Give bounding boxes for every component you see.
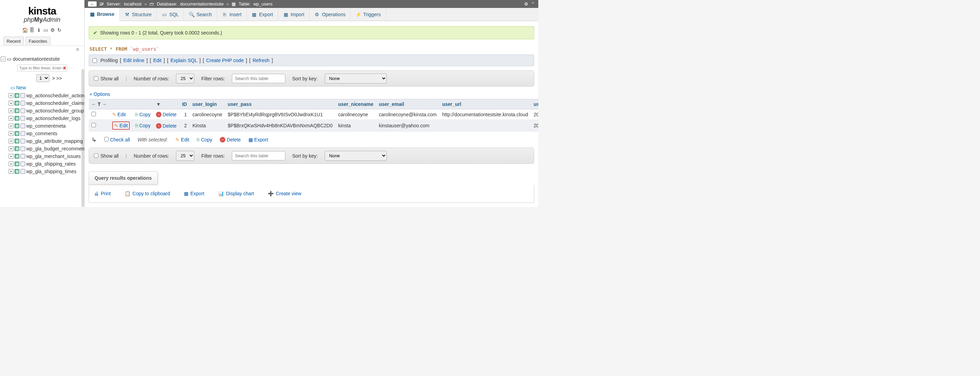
expand-icon[interactable]: + — [9, 101, 13, 106]
print-link[interactable]: 🖨Print — [94, 191, 111, 196]
check-all-checkbox[interactable] — [104, 137, 109, 141]
row-edit[interactable]: ✎ Edit — [112, 121, 130, 130]
tree-table-item[interactable]: +▦wp_gla_attribute_mapping — [9, 137, 83, 145]
num-rows-select-2[interactable]: 25 — [176, 151, 194, 161]
sort-select-2[interactable]: None — [325, 151, 387, 161]
row-delete[interactable]: − Delete — [156, 123, 176, 129]
expand-icon[interactable]: + — [9, 139, 13, 143]
sort-select[interactable]: None — [325, 73, 387, 84]
expand-icon[interactable]: + — [9, 169, 13, 174]
tab-structure[interactable]: ⚒Structure — [120, 8, 157, 21]
move-col-icons[interactable]: ← T → — [91, 102, 107, 107]
tree-table-item[interactable]: +▦wp_gla_shipping_times — [9, 168, 83, 175]
create-php-link[interactable]: Create PHP code — [206, 58, 243, 63]
view-link[interactable]: ➕Create view — [268, 191, 301, 196]
expand-icon[interactable]: + — [9, 162, 13, 166]
brand-logo: kinsta — [7, 5, 77, 17]
tab-browse[interactable]: ▦Browse — [84, 8, 120, 21]
tab-favorites[interactable]: Favorites — [25, 36, 50, 46]
bc-db[interactable]: documentationtestsite — [180, 2, 224, 6]
filter-input[interactable] — [232, 74, 285, 83]
row-checkbox[interactable] — [91, 112, 96, 116]
row-copy[interactable]: ⎘ Copy — [135, 112, 150, 117]
expand-icon[interactable]: + — [9, 93, 13, 98]
tree-filter-input[interactable] — [17, 65, 67, 71]
tree-table-item[interactable]: +▦wp_gla_shipping_rates — [9, 160, 83, 168]
edit-link[interactable]: Edit — [153, 58, 161, 63]
bulk-delete[interactable]: − Delete — [220, 137, 240, 143]
col-ID[interactable]: ID — [182, 102, 187, 107]
sidebar-scrollbar[interactable] — [81, 69, 84, 207]
tab-operations[interactable]: ⚙Operations — [310, 8, 351, 21]
expand-icon[interactable]: + — [9, 108, 13, 113]
tree-table-item[interactable]: +▦wp_gla_budget_recommen — [9, 145, 83, 152]
tree-new[interactable]: ▭ New — [10, 84, 83, 92]
edit-inline-link[interactable]: Edit inline — [123, 58, 144, 63]
reload-icon[interactable]: ↻ — [56, 27, 62, 33]
col-user_url[interactable]: user_url — [442, 102, 461, 107]
expand-icon[interactable]: + — [9, 146, 13, 151]
row-checkbox[interactable] — [91, 123, 96, 127]
tree-table-item[interactable]: +▦wp_comments — [9, 130, 83, 137]
bulk-edit[interactable]: ✎ Edit — [175, 137, 189, 143]
tab-export[interactable]: ▦Export — [247, 8, 278, 21]
check-all-link[interactable]: Check all — [110, 137, 130, 143]
filter-input-2[interactable] — [232, 151, 285, 160]
tree-table-item[interactable]: +▦wp_gla_merchant_issues — [9, 152, 83, 160]
logout-icon[interactable]: 🗄 — [29, 27, 35, 33]
export-link[interactable]: ▦Export — [184, 191, 204, 196]
tree-page-next[interactable]: > >> — [52, 76, 62, 81]
col-user_nicename[interactable]: user_nicename — [338, 102, 373, 107]
refresh-link[interactable]: Refresh — [253, 58, 269, 63]
col-user_login[interactable]: user_login — [192, 102, 217, 107]
copy-icon: ⎘ — [135, 112, 138, 117]
expand-icon[interactable]: + — [9, 154, 13, 159]
bulk-copy[interactable]: ⎘ Copy — [197, 137, 212, 143]
collapse-panel-icon[interactable]: ⌃ — [531, 2, 535, 6]
tab-sql[interactable]: ▭SQL — [157, 8, 184, 21]
tree-db-root[interactable]: − ▭ documentationtestsite — [0, 55, 83, 63]
collapse-icon[interactable]: − — [1, 57, 6, 62]
tab-recent[interactable]: Recent — [3, 36, 24, 46]
bulk-export[interactable]: ▦ Export — [248, 137, 268, 143]
chart-link[interactable]: 📊Display chart — [218, 191, 254, 196]
link-icon[interactable]: ⧉ — [0, 46, 84, 53]
tab-triggers[interactable]: ⚡Triggers — [351, 8, 386, 21]
tree-page-select[interactable]: 1 — [36, 74, 49, 82]
col-use[interactable]: use — [533, 102, 538, 107]
sql-icon[interactable]: ▭ — [43, 27, 49, 33]
tab-insert[interactable]: ⎘Insert — [217, 8, 247, 21]
home-icon[interactable]: 🏠 — [22, 27, 28, 33]
bc-server[interactable]: localhost — [124, 2, 142, 6]
db-name[interactable]: documentationtestsite — [13, 56, 60, 62]
explain-link[interactable]: Explain SQL — [170, 58, 197, 63]
docs-icon[interactable]: ℹ — [35, 27, 42, 33]
expand-icon[interactable]: + — [9, 131, 13, 136]
back-arrow-icon[interactable]: ← — [88, 2, 97, 6]
plus-options[interactable]: + Options — [89, 90, 534, 99]
show-all-checkbox[interactable] — [94, 76, 99, 81]
expand-icon[interactable]: + — [9, 124, 13, 129]
show-all-checkbox-2[interactable] — [94, 154, 99, 158]
tree-table-item[interactable]: +▦wp_actionscheduler_group — [9, 107, 83, 114]
col-user_email[interactable]: user_email — [379, 102, 404, 107]
row-edit[interactable]: ✎ Edit — [112, 112, 126, 117]
row-copy[interactable]: ⎘ Copy — [135, 123, 150, 129]
settings-icon[interactable]: ⚙ — [49, 27, 56, 33]
sort-desc-icon[interactable]: ▼ — [156, 102, 161, 107]
num-rows-select[interactable]: 25 — [176, 73, 194, 84]
gear-icon[interactable]: ⚙ — [524, 2, 528, 6]
clipboard-link[interactable]: 📋Copy to clipboard — [124, 191, 170, 196]
clear-filter-icon[interactable]: X — [64, 66, 66, 70]
tab-import[interactable]: ▦Import — [278, 8, 310, 21]
tree-table-item[interactable]: +▦wp_commentmeta — [9, 122, 83, 130]
tree-table-item[interactable]: +▦wp_actionscheduler_logs — [9, 114, 83, 122]
profiling-checkbox[interactable] — [92, 58, 97, 63]
tab-search[interactable]: 🔍Search — [184, 8, 217, 21]
tree-table-item[interactable]: +▦wp_actionscheduler_claims — [9, 99, 83, 107]
row-delete[interactable]: − Delete — [156, 112, 176, 117]
tree-table-item[interactable]: +▦wp_actionscheduler_action — [9, 92, 83, 99]
expand-icon[interactable]: + — [9, 116, 13, 121]
bc-table[interactable]: wp_users — [253, 2, 273, 6]
col-user_pass[interactable]: user_pass — [228, 102, 251, 107]
